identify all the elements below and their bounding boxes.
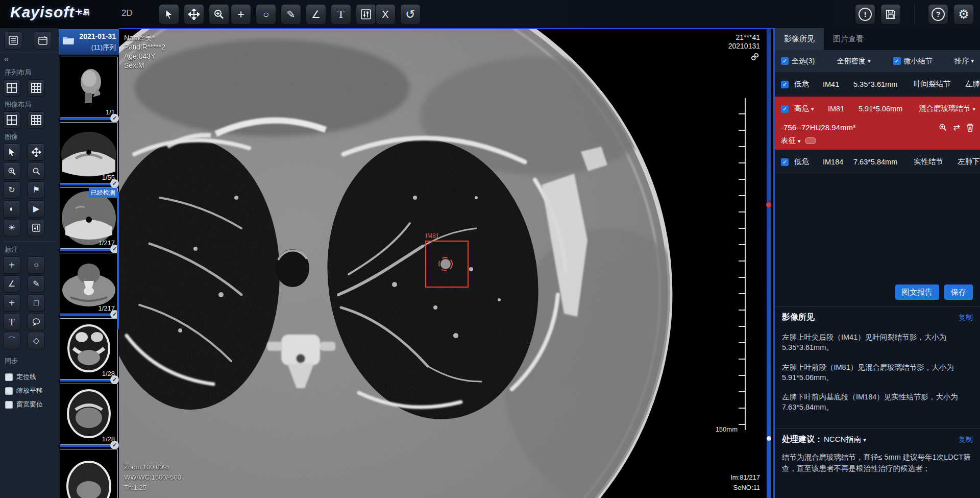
- scrollbar-position-marker[interactable]: [766, 202, 771, 207]
- nodule-roi-box[interactable]: [425, 241, 469, 288]
- thumb-check-icon[interactable]: ✓: [110, 114, 119, 123]
- series-thumbnail[interactable]: 1/217: [60, 253, 118, 314]
- zoom-in-tool-button[interactable]: [3, 162, 20, 180]
- study-header[interactable]: 2021-01-31 (11)序列: [59, 29, 119, 55]
- series-layout-2x2-button[interactable]: [3, 79, 20, 97]
- invert-tool-button[interactable]: ◐: [3, 200, 20, 218]
- crosshair-tool-button[interactable]: +: [231, 4, 251, 25]
- ellipse-tool-button[interactable]: ○: [256, 4, 276, 25]
- series-layout-3x3-button[interactable]: [28, 79, 45, 97]
- series-thumbnail[interactable]: 1/28: [60, 384, 118, 445]
- sync-option-localizer[interactable]: 定位线: [5, 372, 59, 382]
- mode-2d-label[interactable]: 2D: [121, 8, 133, 18]
- play-cine-button[interactable]: ▶: [28, 200, 45, 218]
- image-layout-3x3-button[interactable]: [28, 111, 45, 129]
- thumb-check-icon[interactable]: ✓: [110, 441, 119, 449]
- image-layout-2x2-button[interactable]: [3, 111, 20, 129]
- annotate-bubble-button[interactable]: [28, 313, 45, 330]
- cursor-tool-button[interactable]: [159, 4, 179, 25]
- slice-scrollbar[interactable]: [767, 29, 771, 498]
- alert-button[interactable]: !: [855, 4, 875, 25]
- window-level-tool-button[interactable]: [356, 4, 376, 25]
- flag-tool-button[interactable]: ⚑: [28, 181, 45, 199]
- series-panel-toggle-button[interactable]: [4, 31, 22, 50]
- help-button[interactable]: ?: [928, 4, 948, 25]
- annotate-plus-button[interactable]: +: [3, 294, 20, 312]
- checkbox-unchecked[interactable]: [5, 373, 13, 381]
- text-tool-button[interactable]: T: [331, 4, 351, 25]
- density-dropdown[interactable]: 全部密度▾: [837, 57, 871, 66]
- checkbox-checked-icon[interactable]: ✓: [781, 105, 789, 113]
- copy-findings-link[interactable]: 复制: [959, 313, 973, 322]
- window-level-icon: [361, 9, 371, 19]
- series-thumbnail[interactable]: [60, 449, 118, 498]
- sort-dropdown[interactable]: 排序▾: [954, 57, 974, 66]
- series-thumbnail[interactable]: 1/1: [60, 57, 118, 118]
- save-button[interactable]: 保存: [944, 284, 973, 300]
- annotate-crosshair-button[interactable]: +: [3, 256, 20, 274]
- zoom-tool-button[interactable]: [209, 4, 229, 25]
- nodule-row-im81-selected[interactable]: ✓ 高危▾ IM81 5.91*5.06mm 混合磨玻璃结节▾ 左肺上叶▾ -7…: [775, 97, 980, 150]
- guideline-dropdown[interactable]: NCCN指南▾: [824, 435, 866, 444]
- collapse-sidebar-button[interactable]: «: [0, 53, 59, 64]
- angle-tool-button[interactable]: ∠: [306, 4, 326, 25]
- series-thumbnail[interactable]: 1/28: [60, 318, 118, 380]
- nodule-row-im184[interactable]: ✓ 低危 IM184 7.63*5.84mm 实性结节 左肺下叶: [775, 150, 980, 174]
- delete-annotation-button[interactable]: X: [375, 4, 396, 25]
- nodule-row-main[interactable]: ✓ 高危▾ IM81 5.91*5.06mm 混合磨玻璃结节▾ 左肺上叶▾: [775, 97, 980, 121]
- nodule-location-dropdown[interactable]: 左肺上叶▾: [975, 104, 980, 113]
- series-thumbnail-active[interactable]: 已经检测 1/217: [60, 187, 118, 249]
- locate-zoom-button[interactable]: [939, 123, 947, 132]
- micro-nodule-checkbox[interactable]: ✓微小结节: [893, 57, 933, 66]
- image-viewport[interactable]: Name:吴* Patid:R*****2 Age:043Y Sex:M 21*…: [119, 28, 773, 498]
- link-icon[interactable]: [751, 53, 759, 61]
- save-study-button[interactable]: [880, 4, 901, 25]
- report-panel-toggle-button[interactable]: [34, 31, 52, 50]
- ellipse-icon: ○: [34, 261, 39, 269]
- scrollbar-thumb-marker[interactable]: [767, 436, 771, 441]
- tab-findings[interactable]: 影像所见: [775, 28, 824, 50]
- thumb-check-icon[interactable]: ✓: [110, 179, 119, 188]
- sync-option-zoom-pan[interactable]: 缩放平移: [5, 386, 59, 395]
- thumb-check-icon[interactable]: ✓: [110, 375, 119, 384]
- nodule-type-dropdown[interactable]: 混合磨玻璃结节▾: [919, 104, 975, 113]
- checkbox-unchecked[interactable]: [5, 401, 13, 409]
- series-thumbnail[interactable]: 1/55: [60, 122, 118, 183]
- pan-tool-button[interactable]: [184, 4, 204, 25]
- patient-sex: Sex:M: [124, 61, 165, 70]
- tab-image-view[interactable]: 图片查看: [824, 28, 873, 50]
- sync-option-window[interactable]: 窗宽窗位: [5, 400, 59, 409]
- pan-tool-button[interactable]: [28, 144, 45, 161]
- annotate-pencil-button[interactable]: ✎: [28, 275, 45, 293]
- window-level-tool-button[interactable]: [28, 219, 45, 236]
- search-tool-button[interactable]: [28, 162, 45, 180]
- checkbox-unchecked[interactable]: [5, 387, 13, 395]
- reset-view-button[interactable]: ↺: [400, 4, 421, 25]
- hu-volume-value: -756--72HU28.94mm³: [781, 123, 933, 132]
- delete-nodule-button[interactable]: [966, 123, 974, 132]
- annotate-ellipse-button[interactable]: ○: [28, 256, 45, 274]
- feature-dropdown[interactable]: 表征▾: [781, 136, 801, 146]
- cursor-tool-button[interactable]: [3, 144, 20, 161]
- annotate-arch-button[interactable]: ⌒: [3, 332, 20, 349]
- checkbox-checked-icon[interactable]: ✓: [781, 158, 789, 166]
- report-button[interactable]: 图文报告: [895, 284, 939, 300]
- checkbox-checked-icon[interactable]: ✓: [893, 57, 901, 65]
- feature-toggle[interactable]: [805, 137, 816, 144]
- copy-advice-link[interactable]: 复制: [959, 435, 973, 444]
- select-all-checkbox[interactable]: ✓全选(3): [781, 57, 815, 66]
- pencil-tool-button[interactable]: ✎: [281, 4, 301, 25]
- checkbox-checked-icon[interactable]: ✓: [781, 57, 789, 65]
- compare-swap-button[interactable]: ⇄: [953, 123, 960, 132]
- annotate-text-button[interactable]: T: [3, 313, 20, 330]
- rotate-tool-button[interactable]: ↻: [3, 181, 20, 199]
- nodule-row-im41[interactable]: ✓ 低危 IM41 5.35*3.61mm 叶间裂结节 左肺上叶: [775, 72, 980, 97]
- annotate-angle-button[interactable]: ∠: [3, 275, 20, 293]
- annotate-rect-button[interactable]: □: [28, 294, 45, 312]
- checkbox-checked-icon[interactable]: ✓: [781, 81, 789, 88]
- annotate-eraser-button[interactable]: ◇: [28, 332, 45, 349]
- brightness-tool-button[interactable]: ☀: [3, 219, 20, 236]
- settings-button[interactable]: ⚙: [953, 4, 974, 25]
- risk-level-dropdown[interactable]: 高危▾: [794, 104, 828, 113]
- study-info-overlay: 21***41 20210131: [728, 33, 760, 51]
